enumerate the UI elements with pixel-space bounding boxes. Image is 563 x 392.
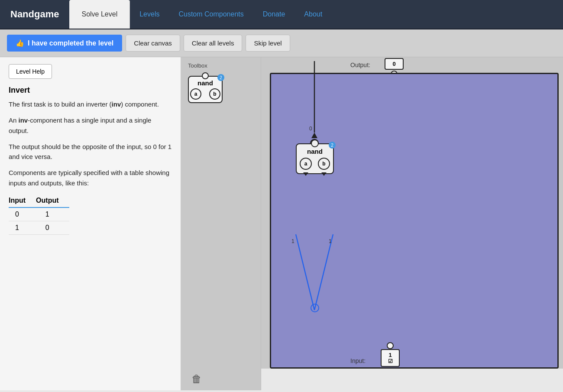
toolbox-nand-output-dot (202, 72, 209, 79)
canvas-nand-top-dot (311, 139, 319, 147)
table-header-output: Output (36, 194, 69, 207)
toolbox-strip: Toolbox 2 nand a b 🗑 (181, 57, 261, 390)
canvas-pin-b: b (318, 158, 330, 170)
canvas-nand-gate[interactable]: 2 nand a b (296, 143, 334, 174)
table-header-input: Input (9, 194, 36, 207)
nav-link-custom[interactable]: Custom Components (169, 0, 253, 29)
truth-table: Input Output 0110 (9, 194, 69, 235)
nav-brand: Nandgame (0, 0, 69, 29)
sidebar-para4: Components are typically specified with … (9, 168, 172, 188)
svg-line-2 (296, 234, 314, 310)
sidebar-para3: The output should be the opposite of the… (9, 142, 172, 162)
canvas-input-dot (311, 304, 319, 312)
canvas-inner[interactable]: 1 1 0 2 nand a (270, 73, 559, 369)
toolbox-nand-badge: 2 (217, 74, 224, 81)
sidebar: Level Help Invert The first task is to b… (0, 57, 181, 390)
table-cell-input: 0 (9, 207, 36, 221)
trash-icon[interactable]: 🗑 (191, 373, 202, 385)
canvas-pin-b-wrapper: b (318, 158, 330, 170)
toolbox-nand-box: 2 nand a b (188, 76, 223, 103)
nav-link-donate[interactable]: Donate (253, 0, 295, 29)
canvas-pin-a-wrapper: a (300, 158, 312, 170)
canvas-pin-a: a (300, 158, 312, 170)
table-cell-output: 0 (36, 221, 69, 234)
toolbox-nand-pin-a: a (190, 88, 201, 100)
toolbar: 👍 I have completed the level Clear canva… (0, 29, 563, 57)
wire-svg: 1 1 0 (271, 74, 557, 367)
toolbox-nand-pin-b: b (209, 88, 220, 100)
table-row: 10 (9, 221, 69, 234)
table-cell-input: 1 (9, 221, 36, 234)
canvas-input-dot-wrapper (311, 304, 319, 312)
nav-link-levels[interactable]: Levels (130, 0, 169, 29)
canvas-pin-b-arrow (321, 172, 327, 176)
sidebar-para1: The first task is to build an inverter (… (9, 99, 172, 109)
canvas-area: Toolbox 2 nand a b 🗑 Ou (181, 57, 563, 390)
sidebar-para2: An inv-component has a single input and … (9, 115, 172, 136)
clear-canvas-button[interactable]: Clear canvas (126, 35, 180, 52)
tab-solve-level[interactable]: Solve Level (69, 0, 130, 29)
input-section: 1 ☑ (381, 342, 400, 367)
canvas-nand-box: 2 nand a b (296, 143, 334, 174)
table-row: 01 (9, 207, 69, 221)
output-label: Output: (350, 62, 370, 68)
canvas-nand-pins: a b (300, 158, 330, 170)
main-layout: Level Help Invert The first task is to b… (0, 57, 563, 390)
canvas-main[interactable]: Output: 0 (261, 57, 563, 369)
svg-text:1: 1 (329, 238, 332, 244)
level-help-button[interactable]: Level Help (9, 64, 52, 79)
svg-text:0: 0 (309, 126, 312, 132)
toolbox-nand-component[interactable]: 2 nand a b (188, 76, 223, 103)
complete-button[interactable]: 👍 I have completed the level (7, 35, 122, 52)
input-label: Input: (350, 357, 366, 364)
svg-line-3 (314, 234, 333, 310)
input-checkbox[interactable]: ☑ (388, 358, 393, 364)
toolbox-nand-label: nand (197, 79, 213, 87)
canvas-nand-badge: 2 (329, 142, 336, 149)
complete-label: I have completed the level (28, 39, 113, 47)
table-cell-output: 1 (36, 207, 69, 221)
navbar: Nandgame Solve Level Levels Custom Compo… (0, 0, 563, 29)
output-box: 0 (385, 58, 404, 70)
skip-level-button[interactable]: Skip level (246, 35, 290, 52)
canvas-pin-a-arrow (303, 172, 308, 176)
toolbox-nand-inputs: a b (190, 88, 220, 100)
clear-levels-button[interactable]: Clear all levels (184, 35, 243, 52)
sidebar-title: Invert (9, 86, 172, 95)
svg-text:1: 1 (291, 238, 294, 244)
toolbox-label: Toolbox (188, 62, 207, 69)
thumbs-up-icon: 👍 (16, 39, 24, 47)
nav-link-about[interactable]: About (294, 0, 332, 29)
input-dot (387, 342, 394, 349)
input-box: 1 ☑ (381, 349, 400, 367)
svg-marker-1 (311, 133, 317, 138)
output-value: 0 (392, 61, 395, 67)
input-value: 1 (388, 352, 392, 358)
delete-area[interactable]: 🗑 (191, 373, 202, 385)
canvas-nand-label: nand (307, 148, 323, 155)
